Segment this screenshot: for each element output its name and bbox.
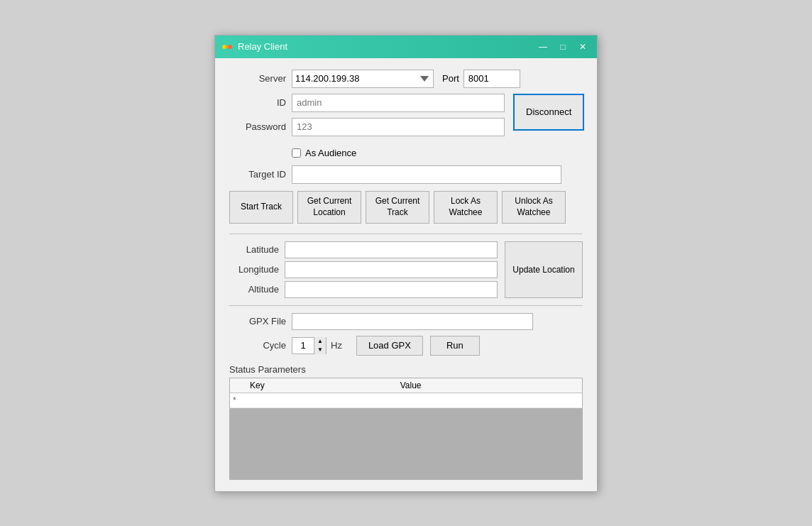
cycle-down-button[interactable]: ▼ [314, 346, 326, 354]
table-header-indicator [230, 378, 244, 393]
latitude-label: Latitude [229, 244, 279, 255]
password-input[interactable] [292, 118, 505, 136]
longitude-row: Longitude [229, 261, 498, 278]
divider-2 [229, 305, 583, 306]
altitude-input[interactable] [285, 281, 498, 298]
status-empty-area [230, 408, 582, 479]
window-controls: — □ ✕ [534, 40, 591, 54]
port-label: Port [442, 73, 459, 84]
target-id-row: Target ID [229, 165, 583, 184]
as-audience-checkbox[interactable] [292, 148, 301, 158]
password-row: Password [229, 118, 505, 136]
cycle-row: Cycle ▲ ▼ Hz Load GPX Run [229, 336, 583, 356]
cycle-label: Cycle [229, 340, 286, 351]
main-window: Relay Client — □ ✕ Server 114.200.199.38… [214, 35, 598, 492]
lock-as-watchee-button[interactable]: Lock AsWatchee [434, 191, 498, 224]
as-audience-row: As Audience [292, 148, 583, 158]
altitude-row: Altitude [229, 281, 498, 298]
gpx-file-input[interactable] [292, 313, 533, 330]
title-bar: Relay Client — □ ✕ [215, 35, 597, 58]
minimize-button[interactable]: — [534, 40, 552, 54]
load-gpx-button[interactable]: Load GPX [356, 336, 423, 356]
window-body: Server 114.200.199.38 Port ID Password D… [215, 58, 597, 491]
row-key-cell[interactable] [244, 393, 395, 407]
maximize-button[interactable]: □ [554, 40, 571, 54]
latitude-input[interactable] [285, 241, 498, 258]
id-row: ID [229, 94, 505, 112]
port-input[interactable] [463, 70, 520, 88]
target-id-label: Target ID [229, 169, 286, 180]
status-table-wrapper: Key Value * [229, 378, 583, 480]
action-buttons-row: Start Track Get CurrentLocation Get Curr… [229, 191, 583, 224]
password-label: Password [229, 121, 286, 132]
id-label: ID [229, 97, 286, 108]
server-row: Server 114.200.199.38 Port [229, 70, 583, 88]
disconnect-button[interactable]: Disconnect [513, 94, 584, 131]
run-button[interactable]: Run [430, 336, 480, 356]
location-fields: Latitude Longitude Altitude [229, 241, 498, 298]
table-header-key: Key [244, 378, 395, 393]
status-table: Key Value * [230, 378, 582, 408]
unlock-as-watchee-button[interactable]: Unlock AsWatchee [502, 191, 566, 224]
cycle-spinner: ▲ ▼ [292, 337, 327, 354]
server-input[interactable]: 114.200.199.38 [292, 70, 434, 88]
location-section: Latitude Longitude Altitude Update Locat… [229, 241, 583, 298]
status-table-body: * [230, 393, 582, 407]
cycle-value-input[interactable] [292, 340, 314, 351]
get-current-location-button[interactable]: Get CurrentLocation [297, 191, 361, 224]
id-input[interactable] [292, 94, 505, 112]
status-params-label: Status Parameters [229, 364, 583, 375]
longitude-input[interactable] [285, 261, 498, 278]
gpx-file-row: GPX File [229, 313, 583, 330]
divider-1 [229, 234, 583, 234]
as-audience-label: As Audience [305, 148, 356, 158]
table-row: * [230, 393, 582, 407]
target-id-input[interactable] [292, 165, 561, 184]
close-button[interactable]: ✕ [574, 40, 591, 54]
gpx-file-label: GPX File [229, 316, 286, 327]
window-title: Relay Client [238, 41, 534, 52]
table-header-row: Key Value [230, 378, 582, 393]
row-indicator: * [230, 393, 244, 407]
cycle-up-button[interactable]: ▲ [314, 337, 326, 346]
svg-rect-2 [226, 46, 229, 48]
cycle-unit-label: Hz [331, 340, 342, 351]
status-section: Status Parameters Key Value * [229, 364, 583, 480]
latitude-row: Latitude [229, 241, 498, 258]
cycle-arrows: ▲ ▼ [314, 337, 326, 354]
update-location-button[interactable]: Update Location [505, 241, 583, 298]
row-value-cell[interactable] [395, 393, 582, 407]
table-header-value: Value [395, 378, 582, 393]
longitude-label: Longitude [229, 264, 279, 275]
altitude-label: Altitude [229, 284, 279, 295]
server-label: Server [229, 73, 286, 84]
start-track-button[interactable]: Start Track [229, 191, 293, 224]
app-icon [221, 40, 234, 53]
get-current-track-button[interactable]: Get CurrentTrack [366, 191, 429, 224]
